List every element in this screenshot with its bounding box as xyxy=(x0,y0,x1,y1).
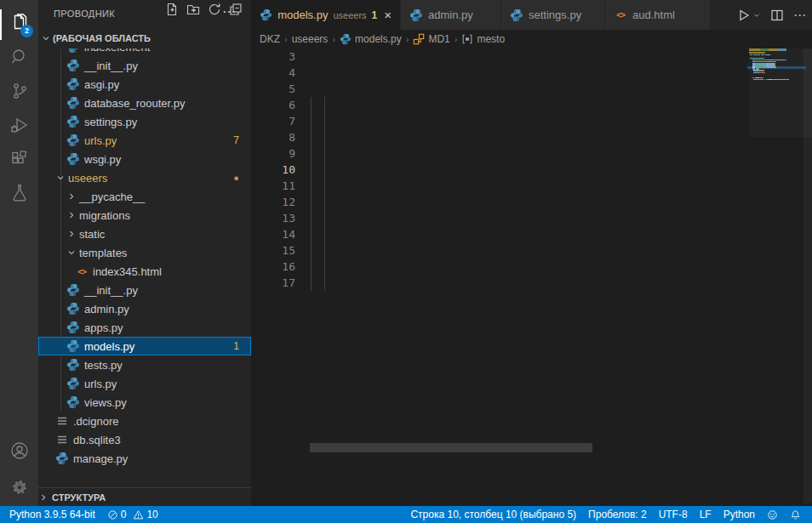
refresh-icon[interactable] xyxy=(208,3,221,16)
tab-settings-py[interactable]: settings.py xyxy=(501,0,605,30)
file-indexelement[interactable]: indexelement xyxy=(38,48,251,56)
file-settings-py[interactable]: settings.py xyxy=(38,112,251,131)
line-number: 15 xyxy=(251,242,295,259)
activity-explorer[interactable]: 2 xyxy=(0,6,38,40)
file-label: migrations xyxy=(79,209,130,222)
activity-testing[interactable] xyxy=(0,176,38,210)
outline-section-header[interactable]: СТРУКТУРА xyxy=(38,487,251,506)
file-db-sqlite3[interactable]: db.sqlite3 xyxy=(38,430,251,449)
line-number: 10 xyxy=(251,162,295,178)
status-indentation[interactable]: Пробелов: 2 xyxy=(582,506,653,523)
status-cursor-position[interactable]: Строка 10, столбец 10 (выбрано 5) xyxy=(404,506,582,523)
status-eol[interactable]: LF xyxy=(694,506,718,523)
activity-source-control[interactable] xyxy=(0,74,38,108)
folder-migrations[interactable]: migrations xyxy=(38,206,251,225)
file-index345-html[interactable]: <>index345.html xyxy=(38,262,251,281)
folder-static[interactable]: static xyxy=(38,225,251,243)
tab-label: models.py xyxy=(277,9,328,21)
python-file-icon xyxy=(66,59,80,72)
file-label: tests.py xyxy=(84,359,123,372)
breadcrumb-item-useeers[interactable]: useeers xyxy=(292,33,329,45)
file-database-roouter-py[interactable]: database_roouter.py xyxy=(38,94,251,112)
split-editor-icon[interactable] xyxy=(770,9,784,22)
minimap-line xyxy=(786,79,789,81)
folder-templates[interactable]: templates xyxy=(38,243,251,262)
file-label: useeers xyxy=(68,172,107,185)
status-text: Строка 10, столбец 10 (выбрано 5) xyxy=(410,509,576,520)
warning-icon: 10 xyxy=(133,509,157,520)
status-text: Пробелов: 2 xyxy=(588,509,647,520)
minimap-line xyxy=(765,54,770,56)
vertical-scrollbar[interactable] xyxy=(803,48,812,503)
python-file-icon xyxy=(66,321,80,334)
minimap-line xyxy=(776,60,783,61)
tab-models-py[interactable]: models.pyuseeers1× xyxy=(251,0,401,30)
file-manage-py[interactable]: manage.py xyxy=(38,449,251,468)
file-urls-py[interactable]: urls.py7 xyxy=(38,131,251,150)
python-file-icon xyxy=(510,9,523,22)
file-label: asgi.py xyxy=(84,78,119,91)
activity-account[interactable] xyxy=(0,434,38,468)
tab-admin-py[interactable]: admin.py xyxy=(401,0,501,30)
chevron-down-icon xyxy=(41,33,51,43)
file-apps-py[interactable]: apps.py xyxy=(38,318,251,337)
activity-search[interactable] xyxy=(0,40,38,74)
minimap-line xyxy=(753,54,761,56)
workspace-section-header[interactable]: (РАБОЧАЯ ОБЛАСТЬ) ... xyxy=(38,28,251,48)
file--init-py[interactable]: __init__.py xyxy=(38,56,251,75)
activity-settings[interactable] xyxy=(0,470,38,504)
run-python-file-button[interactable] xyxy=(737,9,761,22)
breadcrumb-label: mesto xyxy=(477,33,505,45)
file-models-py[interactable]: models.py1 xyxy=(38,337,251,355)
file-views-py[interactable]: views.py xyxy=(38,393,251,412)
activity-run-debug[interactable] xyxy=(0,108,38,142)
folder--pycache-[interactable]: __pycache__ xyxy=(38,187,251,206)
status-feedback[interactable] xyxy=(761,506,784,523)
indent-guide xyxy=(324,97,325,291)
bell-icon xyxy=(790,509,801,520)
close-tab-icon[interactable]: × xyxy=(384,9,392,21)
file-label: static xyxy=(79,228,105,241)
folder-useeers[interactable]: useeers● xyxy=(38,168,251,187)
breadcrumb-item-DKZ[interactable]: DKZ xyxy=(260,33,280,45)
editor-group: models.pyuseeers1×admin.pysettings.py<>a… xyxy=(251,0,812,506)
status-language-mode[interactable]: Python xyxy=(718,506,761,523)
new-file-icon[interactable] xyxy=(165,3,179,16)
file-icon xyxy=(55,414,69,428)
minimap-line xyxy=(749,48,786,51)
file--init-py[interactable]: __init__.py xyxy=(38,281,251,299)
new-folder-icon[interactable] xyxy=(186,3,200,16)
breadcrumb-label: MD1 xyxy=(428,33,449,45)
breadcrumb-item-models-py[interactable]: models.py xyxy=(340,33,402,45)
python-file-icon xyxy=(66,115,80,128)
more-actions-icon[interactable]: ⋯ xyxy=(793,8,807,23)
status-encoding[interactable]: UTF-8 xyxy=(653,506,694,523)
breadcrumb-item-MD1[interactable]: MD1 xyxy=(413,33,449,45)
horizontal-scrollbar[interactable] xyxy=(310,443,592,452)
file-admin-py[interactable]: admin.py xyxy=(38,299,251,318)
activity-extensions[interactable] xyxy=(0,142,38,176)
breadcrumb-separator: › xyxy=(455,34,458,44)
code-editor[interactable]: 34567891011121314151617 from DKZ.setting… xyxy=(251,48,812,506)
file-urls-py[interactable]: urls.py xyxy=(38,374,251,393)
file-wsgi-py[interactable]: wsgi.py xyxy=(38,150,251,168)
file-asgi-py[interactable]: asgi.py xyxy=(38,75,251,94)
file-tree: indexelement__init__.pyasgi.pydatabase_r… xyxy=(38,48,251,487)
file-tests-py[interactable]: tests.py xyxy=(38,355,251,374)
chevron-right-icon xyxy=(38,492,49,503)
file-label: admin.py xyxy=(84,303,129,316)
file-icon xyxy=(55,433,69,446)
minimap[interactable] xyxy=(749,48,804,151)
line-number: 5 xyxy=(251,81,295,97)
file--dcignore[interactable]: .dcignore xyxy=(38,412,251,430)
status-notifications[interactable] xyxy=(784,506,807,523)
breadcrumb-item-mesto[interactable]: mesto xyxy=(461,33,505,45)
status-problems[interactable]: 010 xyxy=(101,506,164,523)
python-file-icon xyxy=(260,9,272,22)
file-label: __init__.py xyxy=(84,284,138,297)
status-python-interpreter[interactable]: Python 3.9.5 64-bit xyxy=(3,506,101,523)
status-count: 10 xyxy=(146,509,157,520)
line-number: 6 xyxy=(251,97,295,113)
collapse-all-icon[interactable] xyxy=(229,3,243,16)
tab-aud-html[interactable]: <>aud.html xyxy=(605,0,711,30)
